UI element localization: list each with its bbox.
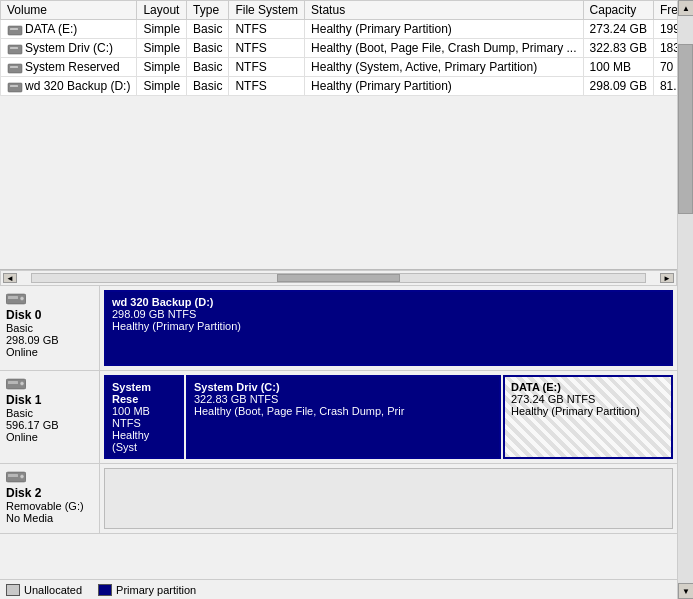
partition-status-1-2: Healthy (Primary Partition)	[511, 405, 665, 417]
svg-rect-1	[10, 28, 18, 30]
disk-status-1: Online	[6, 431, 93, 443]
disk-type-2: Removable (G:)	[6, 500, 93, 512]
col-type[interactable]: Type	[187, 1, 229, 20]
partition-name-1-2: DATA (E:)	[511, 381, 665, 393]
vertical-scrollbar[interactable]: ▲ ▼	[677, 0, 693, 599]
disk-icon	[7, 43, 23, 55]
disk-icon	[7, 81, 23, 93]
table-row[interactable]: System ReservedSimpleBasicNTFSHealthy (S…	[1, 58, 678, 77]
partition-table: Volume Layout Type File System Status Ca…	[0, 0, 677, 96]
svg-rect-6	[8, 83, 22, 92]
cell-filesystem: NTFS	[229, 20, 305, 39]
svg-point-16	[20, 475, 24, 479]
scroll-right-button[interactable]: ►	[660, 273, 674, 283]
cell-volume: System Reserved	[1, 58, 137, 77]
partition-status-0-0: Healthy (Primary Partition)	[112, 320, 665, 332]
disk-status-0: Online	[6, 346, 93, 358]
disk-name-2: Disk 2	[6, 486, 93, 500]
svg-rect-3	[10, 47, 18, 49]
col-layout[interactable]: Layout	[137, 1, 187, 20]
table-row[interactable]: System Driv (C:)SimpleBasicNTFSHealthy (…	[1, 39, 678, 58]
col-volume[interactable]: Volume	[1, 1, 137, 20]
disk-status-2: No Media	[6, 512, 93, 524]
cell-type: Basic	[187, 58, 229, 77]
col-status[interactable]: Status	[305, 1, 583, 20]
disk-partitions-1: System Rese 100 MB NTFS Healthy (SystSys…	[100, 371, 677, 463]
disk-partitions-2	[100, 464, 677, 533]
partition-size-0-0: 298.09 GB NTFS	[112, 308, 665, 320]
cell-filesystem: NTFS	[229, 58, 305, 77]
cell-status: Healthy (System, Active, Primary Partiti…	[305, 58, 583, 77]
partition-block-1-0[interactable]: System Rese 100 MB NTFS Healthy (Syst	[104, 375, 184, 459]
table-row[interactable]: DATA (E:)SimpleBasicNTFSHealthy (Primary…	[1, 20, 678, 39]
scroll-down-button[interactable]: ▼	[678, 583, 693, 599]
disk-name-0: Disk 0	[6, 308, 93, 322]
legend-unallocated: Unallocated	[6, 584, 82, 596]
cell-capacity: 298.09 GB	[583, 77, 653, 96]
cell-capacity: 100 MB	[583, 58, 653, 77]
cell-free_space: 183.42 GB	[653, 39, 677, 58]
partition-block-1-2[interactable]: DATA (E:) 273.24 GB NTFS Healthy (Primar…	[503, 375, 673, 459]
svg-rect-9	[8, 296, 18, 299]
legend-primary: Primary partition	[98, 584, 196, 596]
cell-volume: DATA (E:)	[1, 20, 137, 39]
legend-primary-label: Primary partition	[116, 584, 196, 596]
disk-type-1: Basic	[6, 407, 93, 419]
scroll-left-button[interactable]: ◄	[3, 273, 17, 283]
cell-layout: Simple	[137, 39, 187, 58]
svg-rect-4	[8, 64, 22, 73]
cell-layout: Simple	[137, 77, 187, 96]
disk-panels-area: Disk 0 Basic 298.09 GB Onlinewd 320 Back…	[0, 286, 677, 579]
partition-status-1-0: Healthy (Syst	[112, 429, 176, 453]
svg-rect-0	[8, 26, 22, 35]
partition-name-1-0: System Rese	[112, 381, 176, 405]
partition-name-1-1: System Driv (C:)	[194, 381, 493, 393]
disk-size-1: 596.17 GB	[6, 419, 93, 431]
scroll-track-vertical[interactable]	[678, 16, 693, 583]
cell-capacity: 322.83 GB	[583, 39, 653, 58]
legend-unallocated-box	[6, 584, 20, 596]
scroll-track[interactable]	[31, 273, 646, 283]
main-container: Volume Layout Type File System Status Ca…	[0, 0, 693, 599]
left-content: Volume Layout Type File System Status Ca…	[0, 0, 677, 599]
svg-rect-7	[10, 85, 18, 87]
cell-type: Basic	[187, 20, 229, 39]
horizontal-scrollbar[interactable]: ◄ ►	[0, 270, 677, 286]
scroll-thumb-vertical[interactable]	[678, 44, 693, 214]
cell-status: Healthy (Boot, Page File, Crash Dump, Pr…	[305, 39, 583, 58]
legend-bar: Unallocated Primary partition	[0, 579, 677, 599]
partition-block-0-0[interactable]: wd 320 Backup (D:) 298.09 GB NTFS Health…	[104, 290, 673, 366]
cell-status: Healthy (Primary Partition)	[305, 20, 583, 39]
col-filesystem[interactable]: File System	[229, 1, 305, 20]
disk-drive-icon	[6, 470, 26, 484]
disk-empty-area	[104, 468, 673, 529]
table-row[interactable]: wd 320 Backup (D:)SimpleBasicNTFSHealthy…	[1, 77, 678, 96]
svg-rect-15	[8, 474, 18, 477]
disk-partitions-0: wd 320 Backup (D:) 298.09 GB NTFS Health…	[100, 286, 677, 370]
col-capacity[interactable]: Capacity	[583, 1, 653, 20]
disk-row-0: Disk 0 Basic 298.09 GB Onlinewd 320 Back…	[0, 286, 677, 371]
partition-block-1-1[interactable]: System Driv (C:) 322.83 GB NTFS Healthy …	[186, 375, 501, 459]
cell-capacity: 273.24 GB	[583, 20, 653, 39]
svg-point-10	[20, 297, 24, 301]
cell-volume: wd 320 Backup (D:)	[1, 77, 137, 96]
partition-status-1-1: Healthy (Boot, Page File, Crash Dump, Pr…	[194, 405, 493, 417]
legend-unallocated-label: Unallocated	[24, 584, 82, 596]
col-freespace[interactable]: Free Space	[653, 1, 677, 20]
table-header-row: Volume Layout Type File System Status Ca…	[1, 1, 678, 20]
disk-label-2: Disk 2 Removable (G:) No Media	[0, 464, 100, 533]
scroll-thumb[interactable]	[277, 274, 400, 282]
cell-layout: Simple	[137, 20, 187, 39]
disk-size-0: 298.09 GB	[6, 334, 93, 346]
legend-primary-box	[98, 584, 112, 596]
cell-type: Basic	[187, 77, 229, 96]
scroll-up-button[interactable]: ▲	[678, 0, 693, 16]
disk-panels-content: Disk 0 Basic 298.09 GB Onlinewd 320 Back…	[0, 286, 677, 579]
partition-size-1-2: 273.24 GB NTFS	[511, 393, 665, 405]
svg-rect-5	[10, 66, 18, 68]
cell-filesystem: NTFS	[229, 39, 305, 58]
cell-filesystem: NTFS	[229, 77, 305, 96]
partition-name-0-0: wd 320 Backup (D:)	[112, 296, 665, 308]
partition-table-area: Volume Layout Type File System Status Ca…	[0, 0, 677, 270]
disk-type-0: Basic	[6, 322, 93, 334]
